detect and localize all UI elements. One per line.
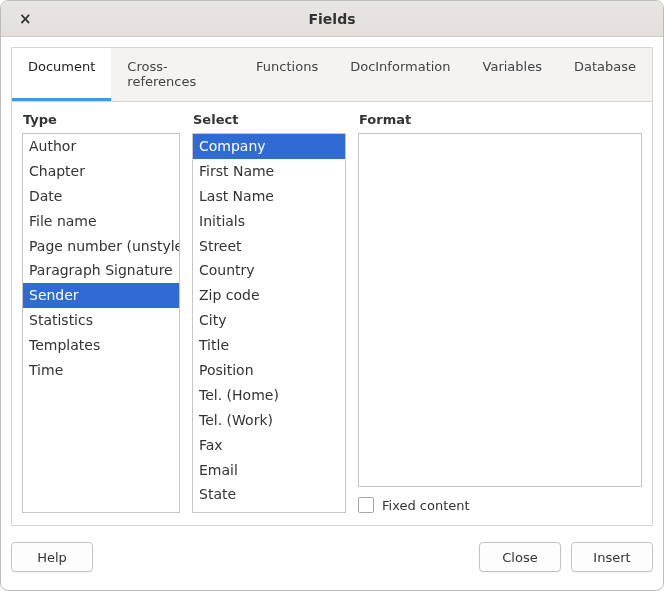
type-item[interactable]: Sender xyxy=(23,283,179,308)
select-listbox[interactable]: CompanyFirst NameLast NameInitialsStreet… xyxy=(192,133,346,513)
tab-bar: DocumentCross-referencesFunctionsDocInfo… xyxy=(11,47,653,102)
tab-variables[interactable]: Variables xyxy=(467,48,558,101)
type-column: Type AuthorChapterDateFile namePage numb… xyxy=(22,112,180,513)
select-item[interactable]: Fax xyxy=(193,433,345,458)
select-item[interactable]: Position xyxy=(193,358,345,383)
type-listbox[interactable]: AuthorChapterDateFile namePage number (u… xyxy=(22,133,180,513)
select-item[interactable]: Title xyxy=(193,333,345,358)
button-bar: Help Close Insert xyxy=(1,526,663,590)
select-item[interactable]: State xyxy=(193,482,345,507)
type-item[interactable]: Time xyxy=(23,358,179,383)
fixed-content-checkbox[interactable] xyxy=(358,497,374,513)
select-column: Select CompanyFirst NameLast NameInitial… xyxy=(192,112,346,513)
format-label: Format xyxy=(358,112,642,127)
panel-body: Type AuthorChapterDateFile namePage numb… xyxy=(11,102,653,526)
type-item[interactable]: Statistics xyxy=(23,308,179,333)
fixed-content-row[interactable]: Fixed content xyxy=(358,497,642,513)
select-item[interactable]: Tel. (Home) xyxy=(193,383,345,408)
format-listbox[interactable] xyxy=(358,133,642,487)
type-label: Type xyxy=(22,112,180,127)
tab-docinformation[interactable]: DocInformation xyxy=(334,48,466,101)
insert-button[interactable]: Insert xyxy=(571,542,653,572)
type-item[interactable]: Date xyxy=(23,184,179,209)
close-button[interactable]: Close xyxy=(479,542,561,572)
type-item[interactable]: Templates xyxy=(23,333,179,358)
close-icon[interactable]: × xyxy=(19,1,32,36)
tab-database[interactable]: Database xyxy=(558,48,652,101)
tab-document[interactable]: Document xyxy=(12,48,111,101)
title-bar: × Fields xyxy=(1,1,663,37)
help-button[interactable]: Help xyxy=(11,542,93,572)
tab-functions[interactable]: Functions xyxy=(240,48,334,101)
dialog-content: DocumentCross-referencesFunctionsDocInfo… xyxy=(1,37,663,526)
fields-dialog: × Fields DocumentCross-referencesFunctio… xyxy=(0,0,664,591)
select-item[interactable]: Country xyxy=(193,258,345,283)
select-item[interactable]: Zip code xyxy=(193,283,345,308)
type-item[interactable]: File name xyxy=(23,209,179,234)
type-item[interactable]: Chapter xyxy=(23,159,179,184)
select-item[interactable]: Tel. (Work) xyxy=(193,408,345,433)
select-item[interactable]: Email xyxy=(193,458,345,483)
select-item[interactable]: City xyxy=(193,308,345,333)
type-item[interactable]: Author xyxy=(23,134,179,159)
type-item[interactable]: Page number (unstyled) xyxy=(23,234,179,259)
fixed-content-label: Fixed content xyxy=(382,498,470,513)
select-item[interactable]: Company xyxy=(193,134,345,159)
select-item[interactable]: First Name xyxy=(193,159,345,184)
type-item[interactable]: Paragraph Signature xyxy=(23,258,179,283)
select-item[interactable]: Last Name xyxy=(193,184,345,209)
select-item[interactable]: Initials xyxy=(193,209,345,234)
select-label: Select xyxy=(192,112,346,127)
tab-cross-references[interactable]: Cross-references xyxy=(111,48,240,101)
window-title: Fields xyxy=(1,11,663,27)
select-item[interactable]: Street xyxy=(193,234,345,259)
format-column: Format Fixed content xyxy=(358,112,642,513)
